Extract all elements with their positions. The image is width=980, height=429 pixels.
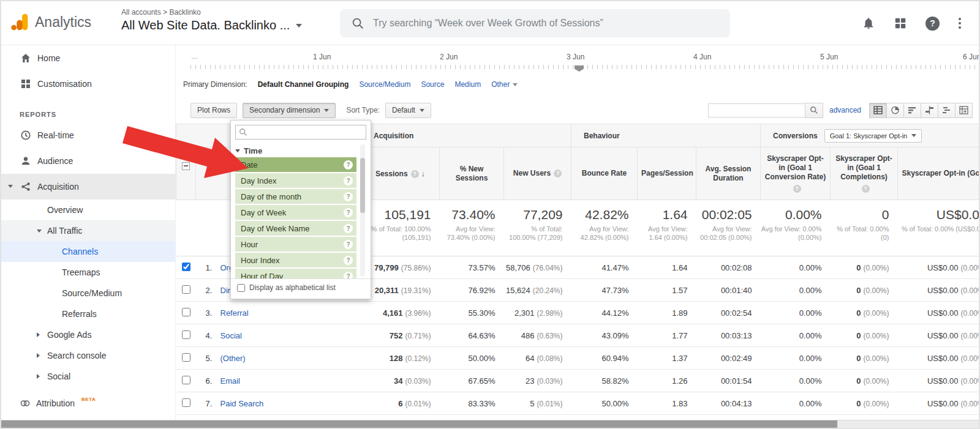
channel-link[interactable]: Referral: [221, 308, 249, 318]
row-checkbox[interactable]: [182, 308, 190, 316]
avg-duration-value: 00:02:49: [696, 347, 761, 370]
column-header-goal-value[interactable]: Skyscraper Opt-in (Goal 1 Value): [898, 147, 980, 200]
dimension-source[interactable]: Source: [421, 80, 444, 89]
goal-conv-rate-value: 0.00%: [761, 256, 831, 279]
dimension-option[interactable]: Day Index ?: [235, 173, 356, 188]
dimension-source-medium[interactable]: Source/Medium: [359, 80, 410, 89]
channel-link[interactable]: Social: [221, 331, 242, 340]
sidebar-item-social[interactable]: Social: [1, 366, 175, 387]
analytics-logo[interactable]: Analytics: [10, 12, 91, 32]
global-search[interactable]: [340, 9, 730, 37]
sidebar-item-search-console[interactable]: Search console: [1, 345, 175, 366]
sidebar-item-customisation[interactable]: Customisation: [1, 71, 175, 97]
row-number: 6.: [206, 376, 221, 386]
column-header-sessions[interactable]: Sessions?↓: [361, 147, 440, 200]
table-view-icon[interactable]: [869, 103, 887, 118]
dimension-option[interactable]: Date ?: [235, 157, 356, 172]
sidebar-item-acquisition[interactable]: Acquisition: [1, 174, 175, 200]
sidebar-item-source-medium[interactable]: Source/Medium: [1, 283, 175, 304]
sidebar-item-overview[interactable]: Overview: [1, 200, 175, 220]
dimension-option[interactable]: Hour ?: [235, 237, 356, 252]
bounce-rate-value: 44.12%: [571, 302, 638, 324]
sidebar-item-all-traffic[interactable]: All Traffic: [1, 220, 175, 241]
dimension-option[interactable]: Day of Week ?: [235, 205, 356, 220]
pivot-view-icon[interactable]: [955, 103, 973, 118]
table-search-button[interactable]: [805, 103, 823, 118]
comparison-view-icon[interactable]: [921, 103, 938, 118]
column-header-goal-completions[interactable]: Skyscraper Opt-in (Goal 1 Completions) ?: [831, 147, 898, 200]
dimension-section-time[interactable]: Time: [235, 144, 356, 157]
scrollbar-thumb[interactable]: [360, 158, 365, 213]
dropdown-scrollbar[interactable]: [360, 144, 365, 277]
summary-pct-new-sessions: 73.40% Avg for View: 73.40% (0.00%): [440, 200, 504, 256]
view-selector[interactable]: All Web Site Data. Backlinko ...: [121, 18, 302, 32]
column-header-bounce-rate[interactable]: Bounce Rate: [571, 147, 638, 200]
performance-view-icon[interactable]: [903, 103, 921, 118]
dimension-option[interactable]: Day of Week Name ?: [235, 221, 356, 236]
row-checkbox[interactable]: [182, 285, 190, 294]
column-header-new-users[interactable]: New Users?: [504, 147, 571, 200]
new-users-value: 15,624: [506, 286, 530, 295]
apps-grid-icon[interactable]: [894, 17, 907, 30]
goal-conv-rate-value: 0.00%: [761, 279, 831, 302]
goal-completions-pct: (0.00%): [863, 286, 889, 295]
help-icon[interactable]: ?: [925, 17, 940, 31]
dimension-search-input[interactable]: [236, 125, 366, 139]
pct-new-sessions-value: 55.30%: [440, 302, 504, 324]
summary-goal-completions: 0 % of Total: 0.00% (0): [831, 200, 898, 256]
dimension-other[interactable]: Other: [491, 80, 518, 89]
row-checkbox[interactable]: [182, 398, 190, 407]
new-users-pct: (0.08%): [537, 354, 562, 363]
goal-conv-rate-value: 0.00%: [761, 370, 831, 392]
table-search-input[interactable]: [708, 103, 805, 118]
advanced-filter-link[interactable]: advanced: [829, 106, 861, 114]
column-header-goal-conv-rate[interactable]: Skyscraper Opt-in (Goal 1 Conversion Rat…: [761, 147, 831, 200]
axis-date: 4 Jun: [693, 53, 711, 61]
primary-dimension-bar: Primary Dimension: Default Channel Group…: [176, 72, 980, 97]
goal-completions-value: 0: [856, 263, 861, 272]
collapse-rows-button[interactable]: [182, 162, 190, 170]
global-search-input[interactable]: [373, 18, 704, 29]
column-header-pct-new-sessions[interactable]: % New Sessions: [440, 147, 504, 200]
goal-selector[interactable]: Goal 1: Skyscraper Opt-in: [824, 129, 922, 143]
channel-link[interactable]: Paid Search: [221, 399, 264, 408]
dimension-default-channel-grouping[interactable]: Default Channel Grouping: [258, 80, 349, 89]
sidebar-item-channels[interactable]: Channels: [1, 241, 175, 262]
row-checkbox[interactable]: [182, 353, 190, 362]
row-checkbox[interactable]: [182, 263, 190, 271]
sidebar-item-referrals[interactable]: Referrals: [1, 304, 175, 324]
dimension-medium[interactable]: Medium: [454, 80, 481, 89]
notifications-bell-icon[interactable]: [862, 17, 875, 30]
scrollbar-thumb[interactable]: [1, 420, 837, 428]
sidebar-item-home[interactable]: Home: [1, 45, 175, 71]
sidebar-item-audience[interactable]: Audience: [1, 148, 175, 174]
column-header-pages-session[interactable]: Pages/Session: [638, 147, 696, 200]
dimension-search[interactable]: [235, 125, 366, 140]
alphabetical-list-checkbox[interactable]: [237, 284, 245, 292]
channel-link[interactable]: (Other): [221, 354, 246, 363]
more-options-icon[interactable]: [958, 17, 962, 30]
sort-type-label: Sort Type:: [346, 106, 379, 114]
dimension-option[interactable]: Hour Index ?: [235, 253, 356, 267]
sidebar-item-google-ads[interactable]: Google Ads: [1, 324, 175, 345]
sort-type-button[interactable]: Default: [385, 103, 431, 118]
percentage-view-icon[interactable]: [886, 103, 904, 118]
horizontal-scrollbar[interactable]: [1, 420, 980, 428]
goal-value: US$0.00: [927, 331, 959, 340]
account-breadcrumb[interactable]: All accounts > Backlinko: [121, 8, 302, 17]
sidebar-item-attribution[interactable]: Attribution BETA: [1, 390, 175, 416]
sidebar-item-realtime[interactable]: Real-time: [1, 122, 175, 148]
column-header-avg-duration[interactable]: Avg. Session Duration: [696, 147, 761, 200]
help-icon: ?: [344, 240, 353, 249]
sessions-pct: (75.86%): [401, 264, 431, 272]
sidebar-item-treemaps[interactable]: Treemaps: [1, 262, 175, 283]
row-checkbox[interactable]: [182, 376, 190, 384]
channel-link[interactable]: Email: [221, 376, 241, 386]
axis-date: 6 Jun: [963, 53, 980, 61]
row-checkbox[interactable]: [182, 330, 190, 339]
plot-rows-button[interactable]: Plot Rows: [190, 103, 237, 118]
dimension-option[interactable]: Hour of Day ?: [235, 269, 356, 278]
term-cloud-view-icon[interactable]: [938, 103, 956, 118]
dimension-option[interactable]: Day of the month ?: [235, 189, 356, 204]
secondary-dimension-button[interactable]: Secondary dimension: [243, 103, 336, 118]
